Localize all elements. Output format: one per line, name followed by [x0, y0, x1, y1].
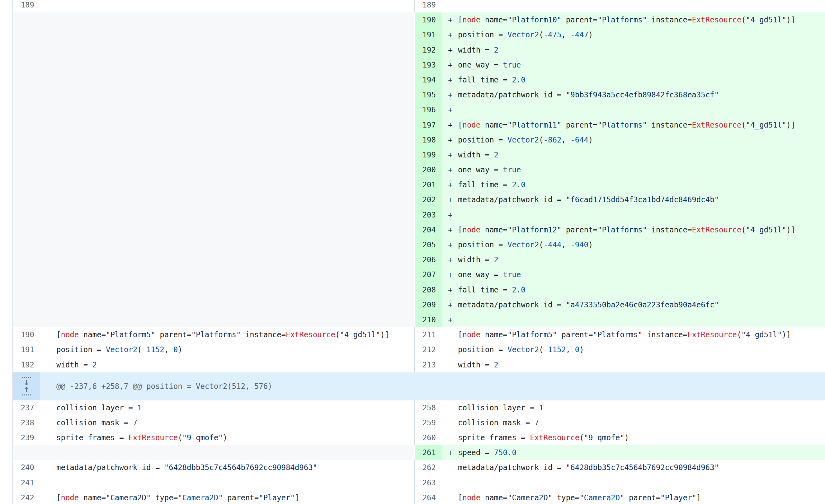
- old-line-number[interactable]: 242: [13, 490, 40, 504]
- new-line-number[interactable]: 260: [415, 430, 442, 445]
- code-token: parent=: [561, 121, 597, 130]
- old-code-cell: [40, 73, 415, 87]
- new-line-number[interactable]: 262: [415, 460, 442, 475]
- new-line-number[interactable]: 195: [415, 87, 442, 102]
- code-token: [: [458, 15, 462, 24]
- new-line-number[interactable]: 204: [415, 223, 442, 237]
- old-line-number: [13, 298, 40, 312]
- code-token: metadata/patchwork_id =: [56, 463, 164, 472]
- code-token: parent=: [557, 330, 593, 339]
- code-token: metadata/patchwork_id =: [458, 195, 566, 204]
- code-token: node: [462, 15, 480, 24]
- new-line-number[interactable]: 201: [415, 177, 442, 192]
- old-code-cell: position = Vector2(-1152, 0): [40, 342, 415, 357]
- new-line-number[interactable]: 194: [415, 73, 442, 87]
- new-line-number[interactable]: 189: [415, 0, 442, 12]
- new-code-cell: [node name="Platform5" parent="Platforms…: [442, 327, 825, 342]
- old-code-cell: [node name="Platform5" parent="Platforms…: [40, 327, 415, 342]
- diff-sign: +: [448, 27, 458, 42]
- code-token: (: [137, 345, 142, 354]
- old-line-number[interactable]: 237: [13, 400, 40, 415]
- code-token: true: [503, 61, 521, 69]
- diff-split-view: 189189190+[node name="Platform10" parent…: [12, 0, 825, 504]
- new-code-cell: [442, 475, 825, 490]
- expand-up-button[interactable]: ↑: [22, 387, 31, 396]
- new-line-number[interactable]: 210: [415, 312, 442, 327]
- old-line-number[interactable]: 241: [13, 475, 40, 490]
- code-token: parent=: [155, 330, 192, 339]
- new-line-number[interactable]: 196: [415, 102, 442, 117]
- code-token: fall_time =: [458, 180, 512, 189]
- new-line-number[interactable]: 259: [415, 415, 442, 430]
- code-token: 2: [92, 360, 97, 369]
- new-line-number[interactable]: 202: [415, 192, 442, 207]
- new-line-number[interactable]: 209: [415, 298, 442, 312]
- expand-down-button[interactable]: ↓: [22, 376, 31, 387]
- old-line-number[interactable]: 240: [13, 460, 40, 475]
- new-line-number[interactable]: 207: [415, 267, 442, 282]
- code-token: ,: [561, 30, 570, 39]
- code-token: instance=: [642, 330, 687, 339]
- new-line-number[interactable]: 258: [415, 400, 442, 415]
- new-line-number[interactable]: 200: [415, 162, 442, 177]
- new-line-number[interactable]: 198: [415, 133, 442, 148]
- code-token: node: [462, 493, 480, 502]
- old-code-cell: [40, 445, 415, 460]
- code-token: "4_gd51l": [746, 226, 786, 234]
- code-token: 0: [173, 345, 178, 354]
- code-token: metadata/patchwork_id =: [458, 463, 566, 472]
- code-token: 7: [133, 418, 137, 427]
- new-line-number[interactable]: 264: [415, 490, 442, 504]
- new-code-cell: +position = Vector2(-862, -644): [442, 133, 825, 148]
- new-line-number[interactable]: 212: [415, 342, 442, 357]
- old-line-number[interactable]: 239: [13, 430, 40, 445]
- old-line-number[interactable]: 192: [13, 357, 40, 372]
- new-line-number[interactable]: 211: [415, 327, 442, 342]
- code-token: ExtResource: [687, 330, 737, 339]
- code-token: ,: [566, 345, 575, 354]
- diff-row: 191position = Vector2(-1152, 0)212positi…: [13, 342, 825, 357]
- new-code-cell: +speed = 750.0: [442, 445, 825, 460]
- old-line-number[interactable]: 238: [13, 415, 40, 430]
- new-line-number[interactable]: 199: [415, 148, 442, 162]
- code-token: "Platform5": [508, 330, 557, 339]
- code-token: "Player": [259, 493, 295, 502]
- new-line-number[interactable]: 261: [415, 445, 442, 460]
- new-line-number[interactable]: 197: [415, 117, 442, 133]
- code-token: "a4733550ba2e46c0a223feab90a4e6fc": [566, 301, 719, 309]
- new-line-number[interactable]: 213: [415, 357, 442, 372]
- old-code-cell: [40, 43, 415, 58]
- new-line-number[interactable]: 203: [415, 207, 442, 223]
- diff-sign: +: [448, 73, 458, 87]
- new-line-number[interactable]: 191: [415, 27, 442, 42]
- new-line-number[interactable]: 193: [415, 58, 442, 73]
- code-token: type=: [552, 493, 579, 502]
- old-line-number[interactable]: 190: [13, 327, 40, 342]
- old-line-number: [13, 177, 40, 192]
- old-code-cell: [40, 102, 415, 117]
- code-token: sprite_frames =: [56, 433, 128, 442]
- code-token: metadata/patchwork_id =: [458, 301, 566, 309]
- code-token: one_way =: [458, 166, 503, 174]
- diff-row: 237collision_layer = 1258collision_layer…: [13, 400, 825, 415]
- new-code-cell: +[node name="Platform11" parent="Platfor…: [442, 117, 825, 133]
- new-line-number[interactable]: 208: [415, 282, 442, 298]
- old-code-cell: [40, 177, 415, 192]
- diff-row: 193+one_way = true: [13, 58, 825, 73]
- new-line-number[interactable]: 192: [415, 43, 442, 58]
- new-line-number[interactable]: 190: [415, 12, 442, 27]
- new-code-cell: +: [442, 102, 825, 117]
- new-line-number[interactable]: 263: [415, 475, 442, 490]
- old-code-cell: [40, 298, 415, 312]
- code-token: "4_gd51l": [741, 330, 782, 339]
- diff-sign: +: [448, 162, 458, 177]
- code-token: position =: [458, 136, 508, 144]
- new-line-number[interactable]: 206: [415, 252, 442, 267]
- diff-sign: +: [448, 252, 458, 267]
- old-line-number[interactable]: 189: [13, 0, 40, 12]
- code-token: 2.0: [512, 285, 525, 294]
- code-token: node: [462, 226, 480, 234]
- new-line-number[interactable]: 205: [415, 237, 442, 252]
- old-line-number[interactable]: 191: [13, 342, 40, 357]
- hunk-header-text: @@ -237,6 +258,7 @@ position = Vector2(5…: [40, 372, 415, 400]
